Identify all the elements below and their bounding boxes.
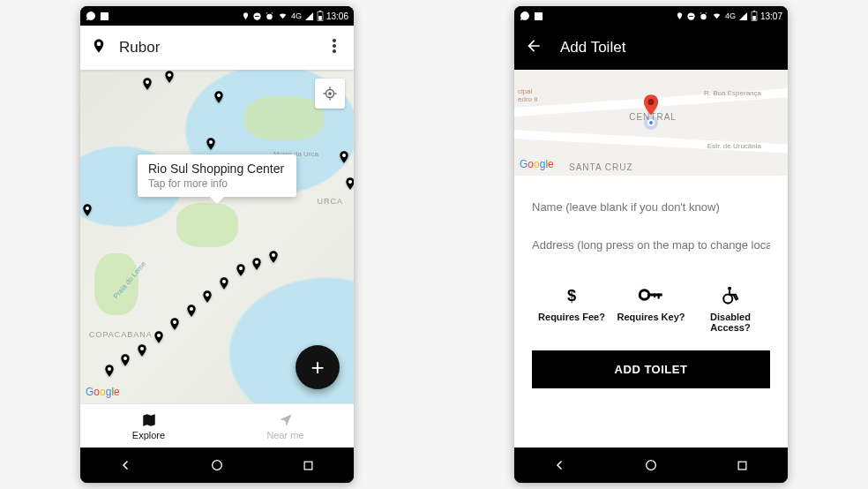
- svg-point-13: [217, 94, 221, 97]
- dnd-icon: [252, 11, 262, 21]
- svg-point-7: [97, 42, 101, 47]
- clock-label: 13:06: [326, 11, 348, 21]
- wheelchair-icon: [721, 283, 740, 306]
- phone-right: 4G 13:07 Add Toilet R. Boa Esperança Est…: [514, 6, 788, 483]
- bottom-tabs: Explore Near me: [80, 403, 354, 448]
- svg-rect-6: [319, 11, 321, 11]
- status-bar: 4G 13:06: [80, 6, 354, 26]
- android-navbar: [514, 448, 788, 483]
- svg-rect-39: [752, 16, 756, 20]
- svg-point-10: [333, 49, 336, 53]
- near-me-icon: [278, 412, 294, 428]
- svg-point-43: [640, 290, 649, 300]
- network-label: 4G: [725, 11, 736, 20]
- dnd-icon: [686, 11, 696, 21]
- svg-point-37: [700, 13, 706, 19]
- svg-point-29: [272, 253, 275, 257]
- plus-icon: +: [311, 354, 324, 381]
- svg-point-22: [157, 334, 161, 337]
- svg-rect-0: [101, 11, 108, 19]
- info-window-title: Rio Sul Shopping Center: [148, 162, 286, 176]
- whatsapp-icon: [520, 11, 530, 21]
- svg-rect-34: [535, 11, 542, 19]
- alarm-icon: [265, 11, 274, 21]
- app-bar: Rubor: [80, 26, 354, 70]
- map-label-copacabana: COPACABANA: [89, 330, 153, 339]
- add-toilet-button-label: ADD TOILET: [615, 363, 688, 376]
- svg-rect-46: [654, 294, 655, 298]
- name-input[interactable]: [532, 192, 770, 229]
- tab-explore[interactable]: Explore: [80, 404, 217, 448]
- app-title: Add Toilet: [560, 39, 625, 56]
- nav-recents[interactable]: [290, 459, 326, 472]
- svg-point-47: [728, 287, 731, 290]
- nav-home[interactable]: [199, 458, 235, 472]
- toggle-fee[interactable]: $ Requires Fee?: [536, 283, 607, 333]
- toggle-access[interactable]: Disabled Access?: [695, 283, 766, 333]
- wifi-icon: [277, 11, 288, 20]
- clock-label: 13:07: [760, 11, 782, 21]
- nav-back[interactable]: [542, 457, 578, 473]
- user-location-dot: [647, 119, 655, 126]
- app-title: Rubor: [119, 39, 326, 56]
- my-location-button[interactable]: [315, 79, 345, 109]
- svg-point-20: [123, 357, 127, 360]
- add-toilet-form: $ Requires Fee? Requires Key? Disabled A…: [514, 176, 788, 401]
- key-icon: [638, 283, 664, 306]
- overflow-menu-icon[interactable]: [326, 32, 343, 64]
- tab-near-me[interactable]: Near me: [217, 404, 354, 448]
- toggle-key-label: Requires Key?: [617, 312, 685, 322]
- wifi-icon: [711, 11, 722, 20]
- info-window-subtitle: Tap for more info: [148, 177, 286, 190]
- whatsapp-icon: [86, 11, 96, 21]
- nav-home[interactable]: [633, 458, 669, 472]
- svg-point-12: [168, 73, 171, 77]
- svg-text:$: $: [567, 286, 576, 305]
- location-icon: [676, 11, 684, 21]
- pin-icon: [91, 36, 107, 59]
- app-bar: Add Toilet: [514, 26, 788, 70]
- svg-rect-45: [658, 294, 660, 299]
- svg-rect-5: [318, 16, 322, 20]
- signal-icon: [304, 11, 314, 21]
- add-toilet-button[interactable]: ADD TOILET: [532, 350, 770, 388]
- nav-recents[interactable]: [724, 459, 760, 472]
- battery-icon: [317, 11, 324, 21]
- svg-point-11: [146, 80, 149, 84]
- svg-point-25: [206, 293, 209, 297]
- map-view[interactable]: COPACABANA URCA Morro da Urca Praia do L…: [80, 70, 354, 403]
- toggle-access-label: Disabled Access?: [695, 312, 766, 333]
- map-attribution: Google: [520, 158, 554, 170]
- map-label-urca: URCA: [317, 197, 343, 206]
- toggle-key[interactable]: Requires Key?: [616, 283, 686, 333]
- network-label: 4G: [291, 11, 302, 20]
- back-arrow-icon[interactable]: [525, 37, 542, 58]
- svg-point-9: [333, 44, 336, 48]
- info-window[interactable]: Rio Sul Shopping Center Tap for more inf…: [138, 154, 296, 197]
- center-pin-icon: [639, 93, 663, 117]
- svg-rect-2: [255, 16, 259, 17]
- road-label-uru: Estr. de Urucânia: [707, 142, 761, 150]
- svg-point-21: [140, 347, 144, 350]
- tab-near-me-label: Near me: [266, 430, 303, 440]
- map-picker[interactable]: R. Boa Esperança Estr. de Urucânia CENTR…: [514, 70, 788, 176]
- district-santacruz: SANTA CRUZ: [569, 162, 633, 172]
- add-fab[interactable]: +: [296, 345, 340, 389]
- address-input[interactable]: [532, 229, 770, 267]
- svg-point-27: [239, 267, 243, 270]
- svg-point-28: [255, 260, 258, 264]
- road-label-boa: R. Boa Esperança: [704, 89, 761, 97]
- svg-point-31: [329, 93, 331, 94]
- tab-explore-label: Explore: [132, 430, 165, 440]
- svg-point-3: [266, 13, 272, 19]
- svg-point-32: [213, 461, 222, 470]
- linkedin-icon: [534, 11, 543, 21]
- svg-point-19: [108, 367, 111, 371]
- svg-point-23: [173, 320, 176, 324]
- svg-point-24: [190, 307, 193, 311]
- svg-rect-36: [689, 16, 693, 17]
- map-attribution: Google: [86, 386, 120, 398]
- svg-point-48: [723, 295, 732, 304]
- svg-rect-40: [753, 11, 755, 11]
- nav-back[interactable]: [108, 457, 144, 473]
